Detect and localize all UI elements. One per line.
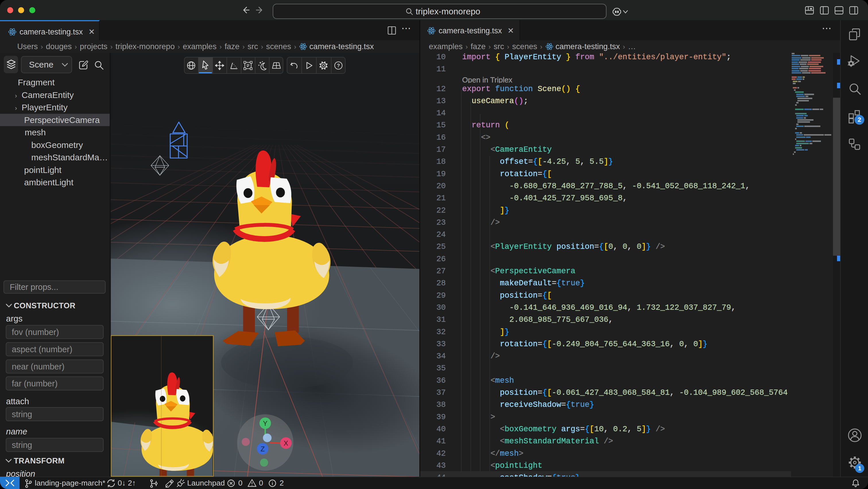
svg-text:Y: Y bbox=[263, 420, 268, 427]
svg-text:Z: Z bbox=[260, 445, 265, 453]
svg-text:X: X bbox=[284, 439, 288, 447]
svg-text:?: ? bbox=[337, 63, 340, 68]
